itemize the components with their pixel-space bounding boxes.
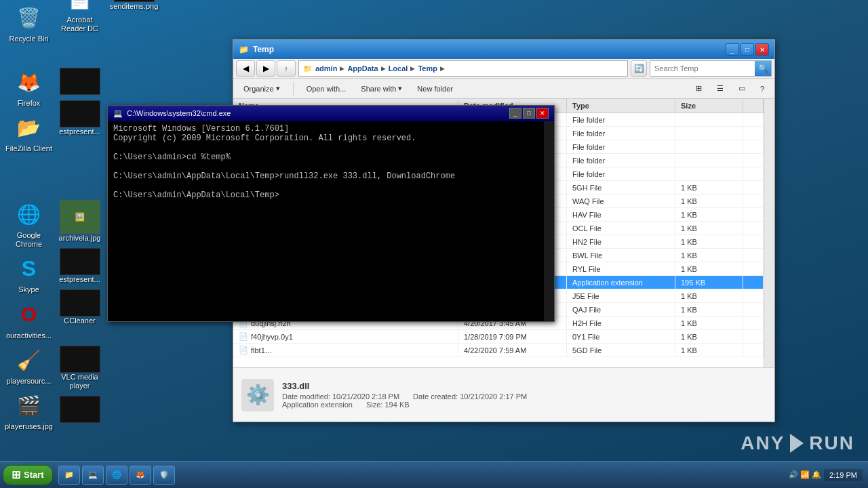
view-button[interactable]: ⊞ [691, 82, 707, 95]
preview-button[interactable]: ▭ [734, 82, 750, 95]
address-sep1: ▶ [340, 65, 344, 72]
file-extra-cell [743, 276, 764, 289]
desktop-icon-opera[interactable]: O ouractivities... [3, 300, 54, 340]
refresh-button[interactable]: 🔄 [631, 60, 647, 77]
desktop-icon-acrobat[interactable]: 📄 Acrobat Reader DC [54, 0, 105, 34]
taskbar: ⊞ Start 📁 💻 🌐 🦊 🛡️ 🔊 📶 🔔 [0, 461, 868, 488]
desktop-icon-ouractivities[interactable]: CCleaner [54, 289, 105, 325]
back-button[interactable]: ◀ [236, 60, 255, 77]
nav-buttons: ◀ ▶ ↑ [236, 60, 296, 77]
taskbar-item-firefox[interactable]: 🦊 [130, 466, 151, 485]
file-extra-cell [743, 330, 764, 343]
file-type-cell: File folder [567, 154, 675, 167]
file-type-cell: 5GH File [567, 181, 675, 194]
search-button[interactable]: 🔍 [755, 61, 771, 76]
desktop-icon-skype[interactable]: S Skype [3, 254, 54, 294]
recycle-bin-icon: 🗑️ [15, 3, 43, 32]
organize-button[interactable]: Organize ▾ [239, 82, 285, 95]
file-type-cell: HAV File [567, 208, 675, 221]
taskbar-item-avast[interactable]: 🛡️ [153, 466, 175, 485]
status-date-created: Date created: 10/21/2020 2:17 PM [413, 392, 527, 401]
recycle-bin-label: Recycle Bin [9, 35, 48, 43]
open-with-button[interactable]: Open with... [302, 83, 351, 95]
cmd-maximize-button[interactable]: □ [523, 108, 535, 119]
desktop-icon-estpresent[interactable]: estpresent... [54, 248, 105, 284]
file-type-cell: OCL File [567, 222, 675, 235]
start-button[interactable]: ⊞ Start [3, 465, 53, 485]
organize-label: Organize [243, 85, 274, 93]
file-type-cell: BWL File [567, 249, 675, 262]
cmd-close-button[interactable]: ✕ [536, 108, 549, 119]
search-box[interactable]: 🔍 [650, 60, 772, 77]
battery-icon: 🔔 [812, 470, 821, 479]
start-label: Start [24, 470, 44, 480]
details-button[interactable]: ☰ [712, 82, 728, 95]
cmd-title-left: 💻 C:\Windows\system32\cmd.exe [113, 109, 231, 118]
desktop-icon-black1[interactable] [54, 68, 105, 95]
taskbar-system-icons: 🔊 📶 🔔 [789, 470, 821, 479]
file-type-cell: WAQ File [567, 195, 675, 207]
minimize-button[interactable]: _ [726, 43, 739, 56]
taskbar-item-cmd[interactable]: 💻 [82, 466, 104, 485]
filezilla-icon: 📂 [15, 113, 43, 142]
cmd-scrollbar[interactable] [545, 121, 554, 321]
desktop-icon-senditems[interactable]: senditems.png [108, 0, 159, 11]
file-size-cell: 1 KB [675, 262, 743, 275]
maximize-button[interactable]: □ [741, 43, 754, 56]
address-sep2: ▶ [381, 65, 386, 72]
forward-button[interactable]: ▶ [256, 60, 275, 77]
file-extra-cell [743, 167, 764, 180]
status-file-type: Application extension [282, 401, 353, 409]
cmd-minimize-button[interactable]: _ [509, 108, 521, 119]
file-extra-cell [743, 195, 764, 207]
col-size[interactable]: Size [675, 99, 743, 113]
up-button[interactable]: ↑ [277, 60, 296, 77]
desktop-icon-recycle-bin[interactable]: 🗑️ Recycle Bin [3, 3, 54, 43]
file-modified-cell: 1/28/2019 7:09 PM [458, 330, 567, 343]
file-icon: 📄 [239, 332, 248, 341]
open-with-label: Open with... [307, 85, 347, 93]
address-local: Local [389, 64, 408, 73]
desktop-icon-playersource[interactable]: VLC media player [54, 346, 105, 390]
status-file-icon: ⚙️ [241, 379, 274, 411]
file-extra-cell [743, 154, 764, 167]
share-with-button[interactable]: Share with ▾ [356, 82, 407, 95]
senditems-label: senditems.png [110, 2, 159, 11]
address-bar[interactable]: 📁 admin ▶ AppData ▶ Local ▶ Temp ▶ [298, 60, 628, 77]
desktop-icons-col5: 🖼️ archivela.jpg estpresent... CCleaner [54, 200, 105, 326]
vlc-icon: 🎬 [15, 391, 43, 420]
file-size-cell: 1 KB [675, 303, 743, 316]
anyrun-watermark: ANY RUN [741, 432, 854, 454]
desktop-icon-firefox[interactable]: 🦊 Firefox [3, 68, 54, 108]
network-icon: 🔊 [789, 470, 798, 479]
search-input[interactable] [650, 63, 755, 74]
file-row[interactable]: 📄 f40jhyvp.0y1 1/28/2019 7:09 PM 0Y1 Fil… [233, 330, 764, 344]
taskbar-explorer-icon: 📁 [64, 470, 74, 479]
file-name-cell: 📄 flbt1... [233, 344, 458, 357]
cmd-line-1: Microsoft Windows [Version 6.1.7601] [113, 124, 539, 134]
desktop-icon-filezilla[interactable]: 📂 FileZilla Client [3, 113, 54, 153]
close-button[interactable]: ✕ [755, 43, 769, 56]
address-sep4: ▶ [440, 65, 445, 72]
desktop-icon-black2[interactable]: estpresent... [54, 100, 105, 136]
cmd-window: 💻 C:\Windows\system32\cmd.exe _ □ ✕ Micr… [107, 105, 555, 322]
scrollbar-vertical[interactable] [764, 99, 774, 367]
file-type-cell: Application extension [567, 276, 675, 289]
help-button[interactable]: ? [755, 83, 769, 95]
col-type[interactable]: Type [567, 99, 675, 113]
desktop-icon-vlc[interactable]: 🎬 playeruses.jpg [3, 391, 54, 431]
taskbar-item-explorer[interactable]: 📁 [58, 466, 80, 485]
file-size-cell [675, 140, 743, 153]
taskbar-item-chrome[interactable]: 🌐 [106, 466, 127, 485]
black-thumb-2 [60, 100, 100, 127]
desktop-icon-archivela[interactable]: 🖼️ archivela.jpg [54, 200, 105, 243]
cmd-content[interactable]: Microsoft Windows [Version 6.1.7601] Cop… [108, 121, 545, 321]
desktop-icon-playeruses[interactable] [54, 396, 105, 423]
new-folder-button[interactable]: New folder [412, 83, 458, 95]
file-size-cell: 1 KB [675, 330, 743, 343]
file-extra-cell [743, 140, 764, 153]
desktop-icon-chrome[interactable]: 🌐 Google Chrome [3, 200, 54, 249]
cmd-line-2: Copyright (c) 2009 Microsoft Corporation… [113, 134, 539, 143]
file-row[interactable]: 📄 flbt1... 4/22/2020 7:59 AM 5GD File 1 … [233, 344, 764, 357]
desktop-icon-ccleaner[interactable]: 🧹 playersourc... [3, 346, 54, 386]
